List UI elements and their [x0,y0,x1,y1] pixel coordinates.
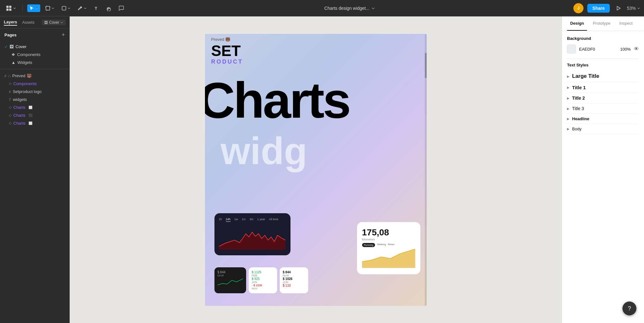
stat-number: 175,08 [362,227,415,238]
text-styles-title: Text Styles [567,63,639,67]
avatar: J [573,3,583,13]
ts-headline-label: Headline [572,116,639,121]
stat-card: 175,08 kilometres Running Walking Relax [357,222,420,274]
canvas-inner: Preved 🐻 Preved 🐻 SET RODUCT Charts widg… [70,16,562,323]
line-chart-svg [219,224,285,250]
visibility-toggle[interactable]: 👁 [634,46,639,52]
ts-title2-label: Title 2 [572,96,639,101]
preved-label: Preved 🐻 [211,37,231,42]
component-icon: ◇ [9,121,11,125]
component-icon: ◇ [9,113,11,117]
frame-tool[interactable] [43,4,56,12]
chevron-down-icon [371,6,375,10]
toolbar-left: T [4,4,126,13]
layer-charts-white[interactable]: ◇ Charts ⬜ [0,103,69,111]
panel-tabs: Layers Assets 🖼 Cover [0,16,69,28]
select-tool[interactable] [27,4,40,12]
chevron-right-icon: ▶ [567,107,570,110]
cover-chip[interactable]: 🖼 Cover [42,20,66,25]
text-icon: T [9,98,11,102]
chevron-down-icon [13,7,16,10]
hand-tool[interactable] [104,4,113,12]
hash-icon: # [4,74,6,78]
pen-tool[interactable] [76,4,89,12]
toolbar-right: J Share 53% [573,3,640,13]
chevron-down-icon [637,7,640,10]
finance-card-1: $ 844 MAR [214,267,246,293]
right-panel-tabs: Design Prototype Inspect [562,16,644,31]
layer-list: # □ Preved 🐻 ◇ Components # Setproduct l… [0,71,69,323]
bg-opacity-value: 100% [620,47,631,52]
chevron-down-icon [84,7,87,10]
chevron-down-icon [67,7,71,10]
svg-rect-2 [6,9,9,11]
rect-icon: □ [8,74,10,78]
page-item-components[interactable]: ❖ Components [0,51,69,59]
ts-item-title1[interactable]: ▶ Title 1 [567,82,639,93]
svg-rect-1 [9,6,11,8]
tab-design[interactable]: Design [567,16,587,31]
canvas-frame[interactable]: Preved 🐻 Preved 🐻 SET RODUCT Charts widg… [205,34,427,306]
chevron-right-icon: ▶ [567,117,570,121]
layer-widgets-text[interactable]: T widgets [0,96,69,103]
ts-body-label: Body [572,127,639,131]
zoom-control[interactable]: 53% [627,6,640,11]
layer-charts-black[interactable]: ◇ Charts ⬛ [0,111,69,119]
component-icon: ◇ [9,82,11,86]
comment-tool[interactable] [117,4,126,12]
bg-color-swatch[interactable] [567,45,576,53]
file-title[interactable]: Charts design widget... [324,6,375,11]
divider-line [567,59,639,59]
ts-title3-label: Title 3 [572,106,639,111]
tab-inspect[interactable]: Inspect [616,16,636,31]
add-page-button[interactable]: + [61,32,65,38]
chevron-right-icon: ▶ [567,96,570,100]
svg-rect-3 [9,9,11,11]
pages-header: Pages + [0,28,69,41]
shape-tool[interactable] [60,4,73,12]
tab-assets[interactable]: Assets [22,19,35,25]
toolbar-center: Charts design widget... [129,6,571,11]
ts-item-large-title[interactable]: ▶ Large Title [567,71,639,82]
layer-setproduct[interactable]: # Setproduct logo [0,88,69,96]
share-button[interactable]: Share [587,4,610,13]
chevron-down-icon [35,7,38,10]
separator [22,4,23,12]
chevron-right-icon: ▶ [567,127,570,131]
page-item-widgets[interactable]: ▲ Widgets [0,59,69,66]
ts-item-title2[interactable]: ▶ Title 2 [567,93,639,103]
ts-item-headline[interactable]: ▶ Headline [567,114,639,124]
big-charts-text: Charts [205,75,350,126]
hash-icon: # [9,90,11,94]
ts-large-title-label: Large Title [572,73,639,79]
logo-button[interactable] [4,4,18,13]
svg-marker-12 [219,232,285,250]
svg-text:T: T [95,6,97,11]
background-row: EAEDF0 100% 👁 [567,45,639,53]
finance-cards: $ 844 MAR $ 1125 FEB $ 925 JAN - $ 1526 … [214,267,322,293]
help-button[interactable]: ? [622,301,636,315]
layer-preved[interactable]: # □ Preved 🐻 [0,72,69,80]
ts-item-title3[interactable]: ▶ Title 3 [567,103,639,114]
stat-label: kilometres [362,238,415,241]
tab-prototype[interactable]: Prototype [590,16,614,31]
tab-layers[interactable]: Layers [4,19,17,26]
ts-item-body[interactable]: ▶ Body [567,124,639,134]
activity-labels: Running Walking Relax [362,243,415,247]
finance-card-2: $ 1125 FEB $ 925 JAN - $ 1526 MAY [249,267,277,293]
layer-charts-white2[interactable]: ◇ Charts ⬜ [0,119,69,127]
chevron-right-icon: ▶ [567,75,570,78]
text-tool[interactable]: T [92,4,101,12]
divider [0,69,69,69]
toolbar: T Charts design widget... J Share [0,0,644,16]
page-item-cover[interactable]: ✓ 🖼 Cover [0,43,69,51]
layer-components[interactable]: ◇ Components [0,80,69,88]
play-button[interactable] [614,4,623,12]
svg-rect-4 [46,6,50,10]
svg-rect-0 [6,6,9,8]
area-chart-svg [362,249,415,268]
finance-card-3: $ 844 MAR $ 1026 JUN $ 110 [280,267,308,293]
chevron-down-icon [51,7,54,10]
left-panel: Layers Assets 🖼 Cover Pages + ✓ 🖼 Cover [0,16,70,323]
set-product-logo: SET RODUCT [211,43,243,65]
